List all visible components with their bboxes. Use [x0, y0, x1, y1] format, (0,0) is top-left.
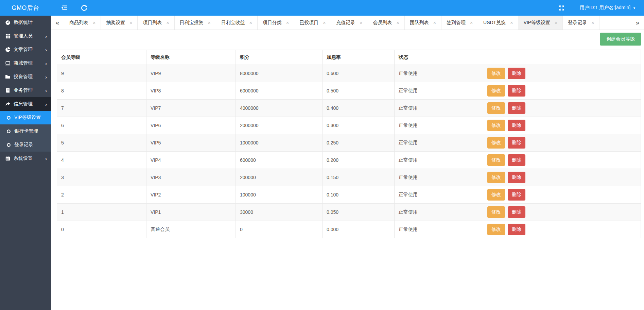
cell-member-level: 6 [57, 117, 146, 134]
table-row: 5VIP510000000.250正常使用修改删除 [57, 134, 641, 152]
chevron-right-icon: › [45, 88, 47, 93]
chevron-right-icon: › [45, 47, 47, 52]
table-header-cell: 状态 [395, 50, 483, 65]
vip-level-table: 会员等级等级名称积分加息率状态 9VIP980000000.600正常使用修改删… [57, 50, 641, 238]
delete-button[interactable]: 删除 [508, 102, 525, 114]
cell-level-name: VIP9 [146, 65, 236, 82]
edit-button[interactable]: 修改 [487, 102, 505, 114]
tab-close-icon[interactable]: × [93, 20, 95, 25]
book-icon [5, 88, 11, 93]
sidebar-item-system-settings[interactable]: 系统设置› [0, 152, 51, 165]
tab-签到管理[interactable]: 签到管理× [441, 16, 478, 30]
tab-抽奖设置[interactable]: 抽奖设置× [101, 16, 138, 30]
edit-button[interactable]: 修改 [487, 154, 505, 166]
tab-项目列表[interactable]: 项目列表× [138, 16, 174, 30]
delete-button[interactable]: 删除 [508, 224, 525, 235]
tab-close-icon[interactable]: × [470, 20, 473, 25]
tab-商品列表[interactable]: 商品列表× [64, 16, 101, 30]
cell-status: 正常使用 [395, 169, 483, 186]
tabs-scroll-right[interactable]: » [631, 16, 644, 30]
tab-充值记录[interactable]: 充值记录× [331, 16, 368, 30]
cell-level-name: VIP6 [146, 117, 236, 134]
topbar-right: 用户ID:1 用户名:[admin] ▼ [558, 4, 644, 12]
sidebar-item-data-stats[interactable]: 数据统计 [0, 16, 51, 29]
cell-member-level: 9 [57, 65, 146, 82]
tab-已投项目[interactable]: 已投项目× [294, 16, 331, 30]
tab-close-icon[interactable]: × [249, 20, 252, 25]
delete-button[interactable]: 删除 [508, 154, 525, 166]
cell-rate: 0.500 [323, 82, 395, 100]
content-area: 创建会员等级 会员等级等级名称积分加息率状态 9VIP980000000.600… [51, 30, 644, 310]
edit-button[interactable]: 修改 [487, 68, 505, 79]
sidebar-item-business-mgmt[interactable]: 业务管理› [0, 84, 51, 97]
tab-close-icon[interactable]: × [129, 20, 132, 25]
tab-close-icon[interactable]: × [360, 20, 362, 25]
tab-close-icon[interactable]: × [286, 20, 289, 25]
caret-down-icon: ▼ [633, 6, 636, 10]
cell-points: 1000000 [236, 134, 323, 152]
cell-rate: 0.300 [323, 117, 395, 134]
cell-points: 30000 [236, 204, 323, 221]
sidebar-item-label: 信息管理 [14, 101, 45, 107]
circle-icon [6, 115, 11, 120]
tab-日利宝投资[interactable]: 日利宝投资× [175, 16, 216, 30]
tab-USDT兑换[interactable]: USDT兑换× [478, 16, 518, 30]
sidebar-item-info-mgmt[interactable]: 信息管理› [0, 97, 51, 111]
sidebar-item-mall-mgmt[interactable]: 商城管理› [0, 56, 51, 70]
edit-button[interactable]: 修改 [487, 224, 505, 235]
tab-close-icon[interactable]: × [591, 20, 594, 25]
calendar-icon [5, 156, 11, 161]
edit-button[interactable]: 修改 [487, 172, 505, 183]
sidebar-item-article-mgmt[interactable]: 文章管理› [0, 43, 51, 56]
edit-button[interactable]: 修改 [487, 120, 505, 131]
tab-close-icon[interactable]: × [433, 20, 436, 25]
cell-status: 正常使用 [395, 152, 483, 169]
tab-close-icon[interactable]: × [208, 20, 211, 25]
tab-close-icon[interactable]: × [510, 20, 513, 25]
submenu-info-mgmt: VIP等级设置银行卡管理登录记录 [0, 111, 51, 152]
sidebar-item-vip-level-settings[interactable]: VIP等级设置 [0, 111, 51, 124]
tab-close-icon[interactable]: × [323, 20, 326, 25]
table-row: 1VIP1300000.050正常使用修改删除 [57, 204, 641, 221]
edit-button[interactable]: 修改 [487, 189, 505, 201]
tab-项目分类[interactable]: 项目分类× [258, 16, 294, 30]
create-vip-level-button[interactable]: 创建会员等级 [600, 33, 641, 46]
tab-close-icon[interactable]: × [166, 20, 169, 25]
tab-close-icon[interactable]: × [555, 20, 557, 25]
delete-button[interactable]: 删除 [508, 68, 525, 79]
sidebar-item-login-records[interactable]: 登录记录 [0, 138, 51, 152]
sidebar-item-label: 业务管理 [14, 87, 45, 93]
tab-登录记录[interactable]: 登录记录× [563, 16, 599, 30]
fullscreen-icon[interactable] [558, 4, 565, 12]
table-row: 4VIP46000000.200正常使用修改删除 [57, 152, 641, 169]
table-row: 7VIP740000000.400正常使用修改删除 [57, 100, 641, 117]
sidebar-item-bank-card-mgmt[interactable]: 银行卡管理 [0, 124, 51, 138]
refresh-icon[interactable] [80, 4, 88, 12]
tab-会员列表[interactable]: 会员列表× [368, 16, 405, 30]
tab-label: 商品列表 [69, 20, 88, 26]
tab-label: 日利宝收益 [221, 20, 245, 26]
delete-button[interactable]: 删除 [508, 85, 525, 97]
sidebar-item-investment-mgmt[interactable]: 投资管理› [0, 70, 51, 84]
delete-button[interactable]: 删除 [508, 189, 525, 201]
edit-button[interactable]: 修改 [487, 206, 505, 218]
delete-button[interactable]: 删除 [508, 120, 525, 131]
tab-close-icon[interactable]: × [397, 20, 399, 25]
tab-团队列表[interactable]: 团队列表× [405, 16, 441, 30]
collapse-menu-icon[interactable] [60, 4, 68, 12]
sidebar-item-admin-staff[interactable]: 管理人员› [0, 29, 51, 43]
user-dropdown[interactable]: 用户ID:1 用户名:[admin] ▼ [580, 5, 636, 11]
cell-actions: 修改删除 [483, 117, 641, 134]
tab-日利宝收益[interactable]: 日利宝收益× [216, 16, 258, 30]
delete-button[interactable]: 删除 [508, 172, 525, 183]
edit-button[interactable]: 修改 [487, 85, 505, 97]
edit-button[interactable]: 修改 [487, 137, 505, 149]
table-row: 2VIP21000000.100正常使用修改删除 [57, 186, 641, 204]
tabs-scroll-left[interactable]: « [51, 16, 64, 30]
tab-VIP等级设置[interactable]: VIP等级设置× [518, 16, 563, 30]
tab-label: 会员列表 [373, 20, 392, 26]
delete-button[interactable]: 删除 [508, 137, 525, 149]
delete-button[interactable]: 删除 [508, 206, 525, 218]
sidebar: GMO后台 数据统计管理人员›文章管理›商城管理›投资管理›业务管理›信息管理›… [0, 0, 51, 310]
tab-label: 项目分类 [263, 20, 282, 26]
